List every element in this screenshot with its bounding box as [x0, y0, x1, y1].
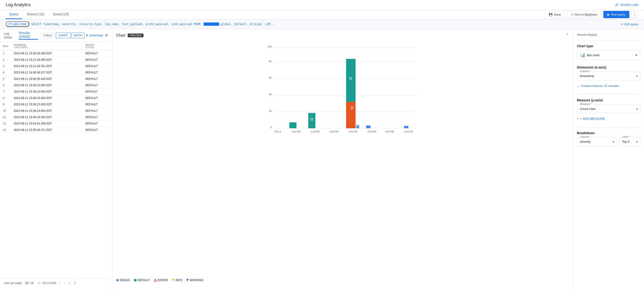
cell-timestamp: 2023-08-11 15:36:23.693 EDT	[11, 95, 82, 101]
table-row[interactable]: 6 2023-08-11 15:36:23.693 EDT DEFAULT	[0, 82, 112, 89]
table-row[interactable]: 5 2023-08-11 16:00:35.436 EDT DEFAULT	[0, 76, 112, 82]
dimension-column-label: Column *	[579, 70, 592, 72]
chart-type-title: Chart type	[577, 44, 640, 48]
close-panel-button[interactable]: ✕	[105, 33, 108, 38]
prev-page-button[interactable]: ‹	[63, 281, 66, 286]
chart-title: Chart	[116, 33, 125, 37]
chart-view-button[interactable]: CHART	[56, 33, 71, 38]
chart-type-select-row[interactable]: 📊 Bar chart ▾	[577, 50, 640, 60]
legend-info[interactable]: INFO	[172, 279, 182, 282]
cell-row-num: 9	[0, 101, 11, 108]
results-tab[interactable]: Results (10000)	[19, 31, 38, 40]
chart-expand-button[interactable]: ⌃	[566, 33, 569, 38]
measure-section: Measure (y-axis) Measure * Count rows ▾ …	[577, 98, 640, 121]
svg-rect-27	[356, 125, 359, 128]
table-row[interactable]: 13 2023-08-11 15:55:28.371 EDT DEFAULT	[0, 127, 112, 133]
left-panel: Log views Results (10000) TABLE CHART BO…	[0, 29, 112, 288]
cell-timestamp: 2023-08-11 15:36:23.693 EDT	[11, 108, 82, 114]
custom-interval-button[interactable]: ⌄ Custom interval: 15 minutes	[577, 83, 619, 89]
log-views-label: Log views	[4, 32, 16, 39]
rows-per-page-label: rows per page:	[4, 281, 22, 285]
plus-icon: +	[577, 117, 579, 120]
more-options-button[interactable]: ⋮	[631, 11, 638, 18]
default-legend-icon	[134, 279, 137, 282]
svg-text:3:10 PM: 3:10 PM	[292, 130, 300, 133]
chevron-down-icon: ⌄	[577, 84, 580, 88]
table-row[interactable]: 4 2023-08-11 16:00:36.027 EDT DEFAULT	[0, 69, 112, 76]
bigquery-icon: ⬡	[571, 13, 574, 16]
download-icon: ⬇	[86, 33, 88, 37]
dimension-column-select[interactable]: timestamp	[577, 72, 640, 80]
cell-severity: DEFAULT	[82, 57, 112, 63]
run-bigquery-button[interactable]: ⬡ Run in BigQuery	[567, 11, 602, 18]
edit-query-button[interactable]: ✏ Edit query	[621, 22, 638, 26]
table-row[interactable]: 1 2023-08-11 15:20:35.393 EDT DEFAULT	[0, 50, 112, 57]
legend-error[interactable]: ERROR	[154, 279, 168, 282]
svg-rect-24	[346, 59, 356, 102]
col-header-severity: severitySTRING	[82, 42, 112, 50]
breakdown-row: Column * severity ▾ Limit * Top 5 Top 10…	[577, 137, 640, 146]
table-scroll[interactable]: Row timestampTIMESTAMP severitySTRING 1 …	[0, 42, 112, 278]
measure-select[interactable]: Count rows	[577, 104, 640, 113]
legend-warning[interactable]: WARNING	[186, 279, 204, 282]
table-view-button[interactable]: TABLE	[41, 33, 55, 38]
tab-recent[interactable]: Recent (16)	[23, 10, 48, 19]
preview-badge: PREVIEW	[128, 33, 144, 37]
next-page-button[interactable]: ›	[68, 281, 71, 286]
cell-row-num: 7	[0, 89, 11, 95]
share-link-button[interactable]: 🔗 SHARE LINK	[615, 3, 638, 6]
breakdown-limit-select[interactable]: Top 5 Top 10 Top 20	[619, 137, 640, 146]
add-measure-button[interactable]: + + ADD MEASURE	[577, 116, 605, 121]
table-row[interactable]: 12 2023-08-11 15:54:41.208 EDT DEFAULT	[0, 120, 112, 127]
clock-icon: ⏱	[8, 22, 11, 26]
tab-saved[interactable]: Saved (25)	[49, 10, 72, 19]
svg-text:4:00 PM: 4:00 PM	[385, 130, 394, 133]
play-icon: ▶	[607, 13, 610, 16]
results-header: Log views Results (10000) TABLE CHART BO…	[0, 29, 112, 42]
svg-marker-33	[154, 279, 156, 281]
table-row[interactable]: 3 2023-08-11 15:21:38.351 EDT DEFAULT	[0, 63, 112, 69]
run-query-button[interactable]: ▶ Run query	[603, 11, 629, 18]
svg-text:2k: 2k	[269, 109, 272, 112]
svg-marker-34	[172, 279, 174, 281]
cell-severity: DEFAULT	[82, 89, 112, 95]
cell-timestamp: 2023-08-11 15:54:41.208 EDT	[11, 120, 82, 127]
cell-severity: DEFAULT	[82, 120, 112, 127]
table-row[interactable]: 9 2023-08-11 15:36:23.693 EDT DEFAULT	[0, 101, 112, 108]
download-button[interactable]: ⬇ Download	[86, 33, 103, 37]
cell-timestamp: 2023-08-11 15:46:18.302 EDT	[11, 114, 82, 120]
cell-severity: DEFAULT	[82, 69, 112, 76]
col-header-row: Row	[0, 42, 11, 50]
dimension-section: Dimension (x-axis) Column * timestamp ▾ …	[577, 65, 640, 89]
chevron-down-icon: ▾	[636, 53, 637, 57]
breakdown-column-select[interactable]: severity	[577, 137, 616, 146]
app-title: Log Analytics	[6, 2, 31, 7]
legend-debug[interactable]: DEBUG	[116, 279, 130, 282]
cell-row-num: 4	[0, 69, 11, 76]
cell-severity: DEFAULT	[82, 76, 112, 82]
save-button[interactable]: 💾 Save	[545, 11, 565, 18]
breakdown-limit-label: Limit *	[621, 135, 630, 138]
chart-type-section: Chart type 📊 Bar chart ▾	[577, 44, 640, 60]
page-size-select[interactable]: 50 100 200	[24, 281, 34, 285]
table-row[interactable]: 2 2023-08-11 15:21:28.495 EDT DEFAULT	[0, 57, 112, 63]
nav-tabs: Query Recent (16) Saved (25) 💾 Save ⬡ Ru…	[0, 10, 644, 19]
table-row[interactable]: 11 2023-08-11 15:46:18.302 EDT DEFAULT	[0, 114, 112, 120]
first-page-button[interactable]: ⟨	[58, 280, 61, 286]
chart-header: Chart PREVIEW ⌃	[116, 33, 569, 38]
svg-text:3:20 PM: 3:20 PM	[311, 130, 320, 133]
tab-query[interactable]: Query	[6, 10, 22, 19]
cell-severity: DEFAULT	[82, 63, 112, 69]
measure-field-label: Measure *	[579, 102, 593, 105]
cell-row-num: 10	[0, 108, 11, 114]
both-view-button[interactable]: BOTH	[72, 33, 85, 38]
legend-default[interactable]: DEFAULT	[134, 279, 150, 282]
table-row[interactable]: 10 2023-08-11 15:36:23.693 EDT DEFAULT	[0, 108, 112, 114]
table-row[interactable]: 7 2023-08-11 15:36:23.693 EDT DEFAULT	[0, 89, 112, 95]
table-row[interactable]: 8 2023-08-11 15:36:23.693 EDT DEFAULT	[0, 95, 112, 101]
time-range-button[interactable]: ⏱ Last 1 hour	[6, 21, 29, 27]
save-icon: 💾	[549, 13, 552, 16]
cell-row-num: 13	[0, 127, 11, 133]
cell-timestamp: 2023-08-11 15:36:23.693 EDT	[11, 89, 82, 95]
last-page-button[interactable]: ⟩	[73, 280, 76, 286]
